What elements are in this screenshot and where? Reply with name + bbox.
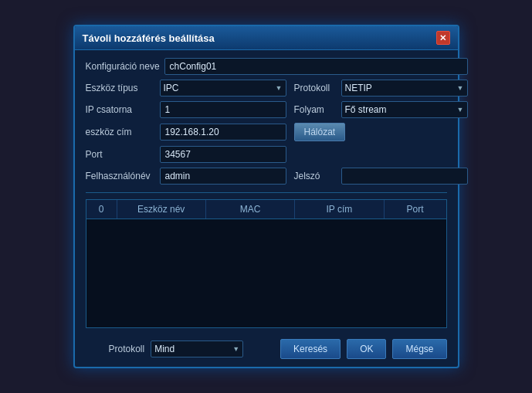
device-table: 0 Eszköz név MAC IP cím Port xyxy=(86,199,447,328)
dialog-title: Távoli hozzáférés beállítása xyxy=(83,32,215,44)
cancel-button[interactable]: Mégse xyxy=(392,339,446,359)
footer-protocol-wrapper: Mind NETIP ONVIF RTSP xyxy=(151,340,243,357)
footer-protocol-label: Protokoll xyxy=(109,344,145,354)
table-header: 0 Eszköz név MAC IP cím Port xyxy=(86,200,446,219)
device-addr-input[interactable] xyxy=(160,124,286,141)
col-mac: MAC xyxy=(206,200,295,219)
protocol-select-wrapper: NETIP ONVIF RTSP xyxy=(341,80,468,97)
protocol-row: Protokoll NETIP ONVIF RTSP xyxy=(294,80,468,97)
divider xyxy=(86,192,447,193)
stream-row: Folyam Fő stream Al stream xyxy=(294,101,468,118)
username-row: Felhasználónév xyxy=(86,168,286,185)
stream-select[interactable]: Fő stream Al stream xyxy=(341,101,468,118)
port-input[interactable] xyxy=(160,146,286,163)
main-dialog: Távoli hozzáférés beállítása ✕ Konfigurá… xyxy=(73,25,459,368)
table-body xyxy=(86,219,446,327)
dialog-content: Konfiguráció neve Eszköz típus IPC DVR N… xyxy=(75,50,458,367)
device-addr-row: eszköz cím xyxy=(86,123,286,141)
port-spacer xyxy=(294,146,468,163)
col-index: 0 xyxy=(86,200,117,219)
port-row: Port xyxy=(86,146,286,163)
config-name-label: Konfiguráció neve xyxy=(86,61,160,72)
network-btn-row: Hálózat xyxy=(294,123,468,141)
config-name-input[interactable] xyxy=(164,58,468,75)
device-addr-label: eszköz cím xyxy=(86,127,155,137)
close-button[interactable]: ✕ xyxy=(436,31,450,45)
username-input[interactable] xyxy=(160,168,286,185)
device-type-row: Eszköz típus IPC DVR NVR xyxy=(86,80,286,97)
title-bar: Távoli hozzáférés beállítása ✕ xyxy=(75,26,458,50)
password-input[interactable] xyxy=(341,168,468,185)
protocol-label: Protokoll xyxy=(294,83,337,93)
search-button[interactable]: Keresés xyxy=(280,339,341,359)
stream-select-wrapper: Fő stream Al stream xyxy=(341,101,468,118)
ip-channel-row: IP csatorna xyxy=(86,101,286,118)
col-port: Port xyxy=(385,200,446,219)
device-type-label: Eszköz típus xyxy=(86,83,155,93)
ok-button[interactable]: OK xyxy=(347,339,386,359)
protocol-select[interactable]: NETIP ONVIF RTSP xyxy=(341,80,468,97)
device-type-select-wrapper: IPC DVR NVR xyxy=(160,80,286,97)
col-ip: IP cím xyxy=(295,200,384,219)
password-label: Jelszó xyxy=(294,171,337,181)
footer-protocol-select[interactable]: Mind NETIP ONVIF RTSP xyxy=(151,340,243,357)
password-row: Jelszó xyxy=(294,168,468,185)
username-label: Felhasználónév xyxy=(86,171,155,181)
ip-channel-label: IP csatorna xyxy=(86,104,155,115)
port-label: Port xyxy=(86,149,155,160)
ip-channel-input[interactable] xyxy=(160,101,286,118)
config-name-row: Konfiguráció neve xyxy=(86,58,468,75)
footer: Protokoll Mind NETIP ONVIF RTSP Keresés … xyxy=(86,336,447,359)
col-device-name: Eszköz név xyxy=(117,200,206,219)
form-grid: Konfiguráció neve Eszköz típus IPC DVR N… xyxy=(86,58,447,185)
stream-label: Folyam xyxy=(294,104,337,115)
network-button[interactable]: Hálózat xyxy=(294,123,346,141)
device-type-select[interactable]: IPC DVR NVR xyxy=(160,80,286,97)
